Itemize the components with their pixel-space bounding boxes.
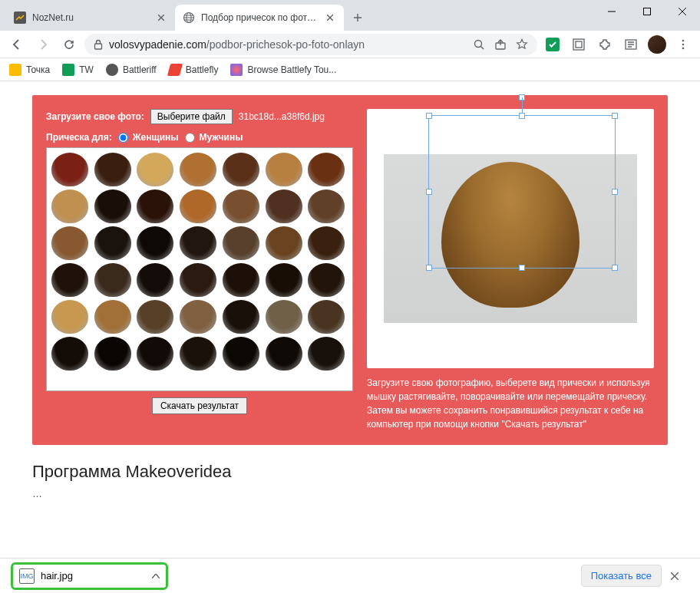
chosen-file-name: 31bc18d...a38f6d.jpg [239,111,325,122]
bookmark-item[interactable]: Точка [9,64,50,76]
hairstyle-thumbnail[interactable] [51,263,88,297]
svg-rect-8 [573,39,584,50]
hairstyle-thumbnail[interactable] [266,226,302,260]
hairstyle-thumbnail[interactable] [94,337,131,371]
hairstyle-thumbnail[interactable] [94,300,131,334]
menu-icon[interactable] [672,34,694,55]
bookmark-item[interactable]: Battlefly [169,64,219,76]
hairstyle-thumbnail[interactable] [223,226,259,260]
hairstyle-thumbnail[interactable] [266,300,302,334]
chevron-up-icon[interactable] [152,574,160,578]
hairstyle-thumbnail[interactable] [94,153,131,186]
browser-tab-active[interactable]: Подбор причесок по фото онла [175,5,344,31]
hairstyle-thumbnail[interactable] [51,337,88,371]
bookmarks-bar: Точка TW Battleriff Battlefly Browse Bat… [0,58,700,81]
svg-point-11 [682,39,685,41]
profile-avatar[interactable] [646,34,668,55]
instructions-text: Загрузите свою фотографию, выберете вид … [367,376,654,431]
tab-close-icon[interactable] [324,12,336,24]
hairstyle-thumbnail[interactable] [180,300,216,334]
extensions-menu-icon[interactable] [594,34,616,55]
choose-file-button[interactable]: Выберите файл [150,109,233,124]
hairstyle-thumbnail[interactable] [137,300,173,334]
download-filename: hair.jpg [41,570,73,581]
upload-row: Загрузите свое фото: Выберите файл 31bc1… [46,109,353,124]
hairstyle-thumbnail[interactable] [308,153,345,186]
hairstyle-thumbnail[interactable] [137,189,173,223]
hairstyle-thumbnail[interactable] [94,226,131,260]
hairstyle-thumbnail[interactable] [308,337,345,371]
hairstyle-thumbnail[interactable] [266,189,302,223]
bookmark-item[interactable]: Browse Battlefy Tou... [230,64,336,76]
hairstyle-thumbnail[interactable] [223,189,259,223]
forward-button[interactable] [32,34,54,55]
file-icon: IMG [19,568,35,584]
hairstyle-thumbnail[interactable] [51,300,88,334]
hairstyle-thumbnail[interactable] [180,263,216,297]
svg-rect-3 [644,8,651,15]
gender-row: Прическа для: Женщины Мужчины [46,132,353,143]
window-controls [594,0,700,23]
hairstyle-thumbnail[interactable] [51,226,88,260]
hairstyle-thumbnail[interactable] [51,189,88,223]
window-titlebar: NozNet.ru Подбор причесок по фото онла [0,0,700,31]
tab-close-icon[interactable] [155,12,167,24]
tab-strip: NozNet.ru Подбор причесок по фото онла [0,5,368,31]
hairstyle-thumbnail[interactable] [308,300,345,334]
hairstyle-thumbnail[interactable] [137,337,173,371]
show-all-downloads-button[interactable]: Показать все [581,565,662,587]
hairstyle-thumbnail[interactable] [223,153,259,186]
browser-tab[interactable]: NozNet.ru [6,5,175,31]
search-in-page-icon[interactable] [473,38,485,51]
hairstyle-thumbnail[interactable] [308,263,345,297]
upload-label: Загрузите свое фото: [46,111,144,122]
selection-box[interactable] [428,115,616,268]
hairstyle-thumbnail[interactable] [137,153,173,186]
star-icon[interactable] [516,38,528,51]
address-bar[interactable]: volosvypadenie.com/podbor-prichesok-po-f… [84,34,537,55]
hairstyle-thumbnail[interactable] [51,153,88,186]
tab-title: NozNet.ru [32,12,149,23]
hairstyle-thumbnail[interactable] [308,226,345,260]
page-content: Загрузите свое фото: Выберите файл 31bc1… [0,81,700,558]
gender-female-radio[interactable] [118,133,128,143]
reload-button[interactable] [58,34,80,55]
close-download-bar-icon[interactable] [671,572,689,580]
tab-favicon [14,12,26,24]
share-icon[interactable] [494,38,507,51]
hairstyle-thumbnail[interactable] [94,189,131,223]
hairstyle-gallery[interactable] [46,147,353,391]
maximize-button[interactable] [629,0,665,23]
bookmark-item[interactable]: TW [62,64,94,76]
bookmark-item[interactable]: Battleriff [106,64,157,76]
gender-male-radio[interactable] [185,133,195,143]
hairstyle-thumbnail[interactable] [223,300,259,334]
hairstyle-thumbnail[interactable] [94,263,131,297]
lock-icon [94,39,103,50]
hairstyle-thumbnail[interactable] [180,337,216,371]
hairstyle-thumbnail[interactable] [180,153,216,186]
hairstyle-thumbnail[interactable] [266,263,302,297]
download-result-button[interactable]: Скачать результат [152,397,247,414]
hairstyle-thumbnail[interactable] [308,189,345,223]
download-bar: IMG hair.jpg Показать все [0,558,700,593]
extension-adblock-icon[interactable] [542,34,563,55]
minimize-button[interactable] [594,0,629,23]
hairstyle-thumbnail[interactable] [180,189,216,223]
preview-canvas[interactable] [367,109,654,368]
new-tab-button[interactable] [347,7,368,28]
extension-icon[interactable] [568,34,589,55]
hairstyle-thumbnail[interactable] [266,337,302,371]
hairstyle-thumbnail[interactable] [223,337,259,371]
close-window-button[interactable] [665,0,700,23]
hairstyle-thumbnail[interactable] [180,226,216,260]
hairstyle-thumbnail[interactable] [223,263,259,297]
section-body: … [32,488,668,499]
back-button[interactable] [6,34,28,55]
hairstyle-thumbnail[interactable] [137,226,173,260]
download-item[interactable]: IMG hair.jpg [11,562,168,590]
svg-rect-9 [576,41,582,48]
hairstyle-thumbnail[interactable] [266,153,302,186]
reading-list-icon[interactable] [620,34,642,55]
hairstyle-thumbnail[interactable] [137,263,173,297]
